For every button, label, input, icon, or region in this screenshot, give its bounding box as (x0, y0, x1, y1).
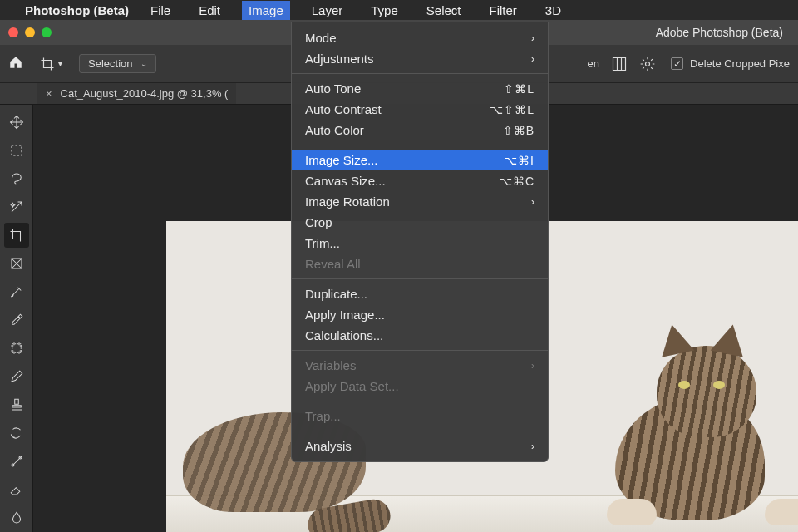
lasso-tool[interactable] (4, 166, 29, 191)
tool-palette (0, 105, 33, 532)
svg-rect-1 (12, 145, 22, 155)
menu-item-apply-data-set: Apply Data Set... (292, 376, 548, 397)
pencil-tool[interactable] (4, 364, 29, 389)
menu-type[interactable]: Type (364, 1, 405, 20)
menu-item-label: Mode (305, 31, 526, 45)
app-name[interactable]: Photoshop (Beta) (25, 3, 129, 17)
menu-item-analysis[interactable]: Analysis› (292, 436, 548, 456)
menu-item-label: Image Size... (305, 153, 504, 167)
window-title: Adobe Photoshop (Beta) (656, 26, 783, 39)
blur-tool[interactable] (4, 505, 29, 530)
menu-filter[interactable]: Filter (483, 1, 524, 20)
menu-item-auto-contrast[interactable]: Auto Contrast⌥⇧⌘L (292, 99, 548, 120)
menu-item-image-rotation[interactable]: Image Rotation› (292, 191, 548, 212)
menu-item-variables: Variables› (292, 355, 548, 376)
menu-select[interactable]: Select (420, 1, 468, 20)
menu-item-label: Canvas Size... (305, 174, 499, 188)
menu-item-shortcut: ⇧⌘B (503, 124, 534, 137)
document-tab-label: Cat_August_2010-4.jpg @ 31,3% ( (61, 87, 229, 100)
menu-item-auto-color[interactable]: Auto Color⇧⌘B (292, 120, 548, 140)
menu-item-canvas-size[interactable]: Canvas Size...⌥⌘C (292, 170, 548, 191)
history-brush-tool[interactable] (4, 421, 29, 446)
eyedropper-tool[interactable] (4, 308, 29, 332)
grid-overlay-icon[interactable] (611, 56, 628, 72)
document-tab[interactable]: × Cat_August_2010-4.jpg @ 31,3% ( (37, 83, 236, 104)
menu-item-label: Image Rotation (305, 195, 526, 209)
menu-item-label: Variables (305, 358, 526, 372)
menu-item-label: Auto Contrast (305, 102, 490, 116)
crop-preset-toggle[interactable]: ▾ (35, 53, 67, 75)
menu-item-duplicate[interactable]: Duplicate... (292, 283, 548, 304)
checkbox-checked-icon: ✓ (671, 57, 683, 70)
menu-item-apply-image[interactable]: Apply Image... (292, 304, 548, 325)
menu-item-label: Apply Data Set... (305, 379, 534, 393)
chevron-right-icon: › (531, 360, 534, 372)
menu-item-label: Adjustments (305, 52, 526, 66)
truncated-option-text: en (588, 57, 599, 70)
menu-item-shortcut: ⌥⇧⌘L (490, 103, 534, 116)
mac-menubar: Photoshop (Beta) FileEditImageLayerTypeS… (0, 0, 798, 20)
image-content (574, 304, 790, 520)
menu-item-shortcut: ⇧⌘L (504, 82, 534, 96)
menu-item-label: Trap... (305, 409, 534, 423)
menu-item-label: Reveal All (305, 257, 534, 271)
chevron-right-icon: › (531, 53, 534, 65)
chevron-down-icon: ▾ (58, 59, 62, 68)
stamp-tool[interactable] (4, 392, 29, 417)
delete-cropped-label: Delete Cropped Pixe (690, 57, 790, 70)
close-window-icon[interactable] (8, 27, 18, 37)
svg-rect-3 (12, 344, 21, 353)
chevron-down-icon: ⌄ (140, 59, 147, 68)
svg-point-0 (646, 62, 650, 66)
menu-layer[interactable]: Layer (305, 1, 350, 20)
image-menu-dropdown: Mode›Adjustments›Auto Tone⇧⌘LAuto Contra… (291, 22, 549, 462)
crop-mode-label: Selection (88, 57, 132, 70)
menu-item-shortcut: ⌥⌘C (499, 175, 534, 188)
eraser-tool[interactable] (4, 477, 29, 502)
magic-wand-tool[interactable] (4, 195, 29, 219)
menu-separator (292, 401, 548, 401)
menu-separator (292, 145, 548, 145)
crop-mode-select[interactable]: Selection ⌄ (79, 54, 156, 73)
menu-image[interactable]: Image (242, 1, 290, 20)
menu-item-adjustments[interactable]: Adjustments› (292, 48, 548, 69)
menu-item-label: Duplicate... (305, 287, 534, 301)
menu-item-calculations[interactable]: Calculations... (292, 325, 548, 346)
menu-item-label: Auto Color (305, 123, 503, 137)
slice-tool[interactable] (4, 279, 29, 304)
menu-item-auto-tone[interactable]: Auto Tone⇧⌘L (292, 78, 548, 99)
menu-item-crop[interactable]: Crop (292, 212, 548, 233)
chevron-right-icon: › (531, 32, 534, 44)
marquee-tool[interactable] (4, 138, 29, 163)
menu-item-mode[interactable]: Mode› (292, 27, 548, 48)
crop-tool[interactable] (4, 223, 29, 248)
close-icon[interactable]: × (46, 87, 52, 100)
menu-edit[interactable]: Edit (192, 1, 227, 20)
menu-item-label: Auto Tone (305, 81, 504, 96)
patch-tool[interactable] (4, 336, 29, 361)
menu-item-label: Crop (305, 215, 534, 229)
menu-separator (292, 73, 548, 74)
menu-item-reveal-all: Reveal All (292, 254, 548, 274)
menu-item-shortcut: ⌥⌘I (504, 154, 534, 167)
menu-file[interactable]: File (144, 1, 177, 20)
gradient-tool[interactable] (4, 449, 29, 474)
menu-item-trap: Trap... (292, 406, 548, 426)
crop-handle-top-right[interactable] (795, 221, 798, 233)
gear-icon[interactable] (639, 56, 656, 72)
crop-handle-top-left[interactable] (166, 221, 178, 233)
menu-separator (292, 431, 548, 431)
fullscreen-window-icon[interactable] (42, 27, 52, 37)
chevron-right-icon: › (531, 441, 534, 452)
menu-item-image-size[interactable]: Image Size...⌥⌘I (292, 150, 548, 170)
delete-cropped-pixels-checkbox[interactable]: ✓ Delete Cropped Pixe (671, 57, 790, 70)
minimize-window-icon[interactable] (25, 27, 35, 37)
move-tool[interactable] (4, 110, 29, 135)
frame-tool[interactable] (4, 251, 29, 276)
traffic-lights (8, 27, 52, 37)
menu-item-label: Apply Image... (305, 308, 534, 322)
home-icon[interactable] (8, 55, 23, 72)
menu-item-label: Trim... (305, 236, 534, 250)
menu-item-trim[interactable]: Trim... (292, 233, 548, 254)
menu-3d[interactable]: 3D (539, 1, 568, 20)
